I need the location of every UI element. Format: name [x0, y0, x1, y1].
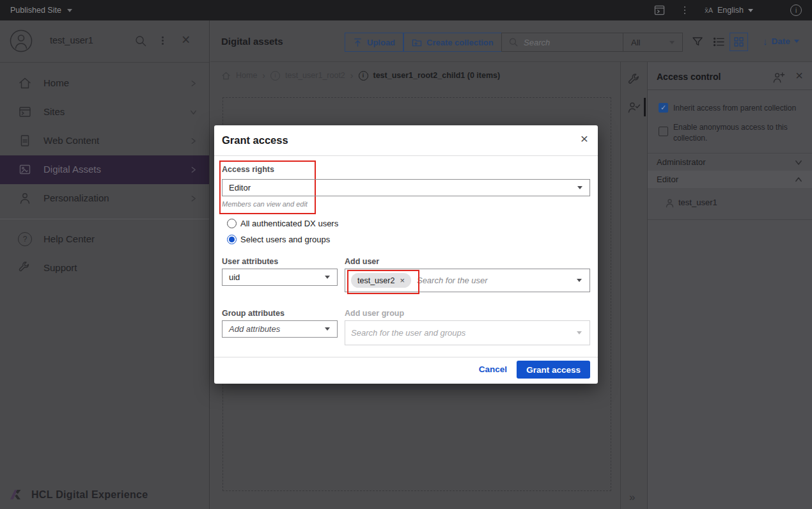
chevron-down-icon: [577, 186, 582, 189]
chevron-down-icon: [325, 276, 330, 279]
collection-info-icon[interactable]: i: [270, 71, 280, 81]
sidebar-item-support[interactable]: Support: [0, 254, 209, 283]
sidebar-item-sites[interactable]: Sites: [0, 98, 209, 127]
anonymous-access-label: Enable anonymous access to this collecti…: [673, 122, 805, 144]
list-view-icon[interactable]: [713, 36, 725, 47]
sort-descending-icon: ↓: [763, 36, 768, 47]
sidebar-item-web-content[interactable]: Web Content: [0, 127, 209, 155]
add-user-group-placeholder: Search for the user and groups: [351, 328, 577, 338]
user-attributes-select[interactable]: uid: [222, 269, 338, 286]
panel-title: Access control: [657, 72, 721, 82]
chevron-right-icon: [189, 137, 198, 145]
divider: [648, 219, 812, 220]
upload-label: Upload: [367, 38, 395, 47]
add-user-placeholder: Search for the user: [417, 276, 577, 285]
breadcrumb-home[interactable]: Home: [236, 71, 257, 80]
all-users-label: All authenticated DX users: [240, 219, 338, 228]
sidebar-item-label: Digital Assets: [43, 164, 101, 175]
divider: [648, 90, 812, 90]
sidebar-item-digital-assets[interactable]: Digital Assets: [0, 155, 209, 184]
avatar[interactable]: [10, 29, 33, 52]
dialog-close-icon[interactable]: ×: [581, 131, 588, 146]
manage-tools-icon[interactable]: [627, 73, 641, 87]
check-icon: ✓: [660, 104, 666, 112]
sidebar-item-label: Support: [43, 262, 77, 273]
select-users-label: Select users and groups: [240, 235, 330, 244]
breadcrumb-separator: ›: [262, 70, 265, 81]
hcl-logo-mark: [9, 488, 26, 501]
chevron-down-icon: [189, 108, 198, 116]
sidebar-overflow-menu-icon[interactable]: [162, 36, 164, 45]
chevron-right-icon: [189, 166, 198, 174]
filter-icon[interactable]: [691, 35, 704, 48]
chevron-down-icon: [577, 331, 582, 334]
inherit-access-label: Inherit access from parent collection: [673, 104, 796, 113]
section-label: Editor: [657, 175, 678, 184]
site-picker[interactable]: Published Site: [10, 6, 72, 15]
add-user-group-field[interactable]: Search for the user and groups: [345, 320, 590, 345]
sort-by-date[interactable]: ↓ Date: [763, 36, 799, 47]
sort-label: Date: [772, 36, 790, 46]
access-control-panel: Access control × ✓ Inherit access from p…: [647, 62, 812, 509]
document-icon: [18, 134, 32, 148]
group-attributes-select[interactable]: Add attributes: [222, 320, 338, 338]
topbar-actions: x̄A English i: [654, 4, 802, 16]
sidebar-item-personalization[interactable]: Personalization: [0, 184, 209, 213]
image-icon: [18, 162, 32, 176]
anonymous-access-checkbox[interactable]: [659, 127, 668, 136]
add-user-group-label: Add user group: [345, 309, 404, 318]
chevron-right-icon: [189, 79, 198, 88]
member-name: test_user1: [678, 198, 717, 207]
create-collection-label: Create collection: [426, 38, 494, 47]
upload-button[interactable]: Upload: [345, 33, 403, 52]
asset-search: Search All: [501, 33, 683, 52]
person-icon: [664, 198, 675, 208]
search-scope-select[interactable]: All: [623, 38, 669, 47]
sidebar-item-help-center[interactable]: ? Help Center: [0, 225, 209, 254]
add-user-label: Add user: [345, 257, 379, 266]
side-tool-strip: »: [620, 62, 647, 509]
translate-icon: x̄A: [705, 6, 713, 14]
home-icon[interactable]: [221, 71, 231, 81]
cancel-button[interactable]: Cancel: [479, 364, 507, 374]
sidebar-item-label: Help Center: [43, 233, 95, 244]
access-rights-select[interactable]: Editor: [222, 179, 590, 196]
administrator-section-header[interactable]: Administrator: [648, 153, 812, 171]
preview-panel-icon[interactable]: [654, 5, 665, 15]
panel-close-icon[interactable]: ×: [795, 68, 803, 83]
add-member-icon[interactable]: [772, 71, 785, 84]
breadcrumb-parent[interactable]: test_user1_root2: [285, 71, 345, 80]
sites-icon: [18, 105, 32, 119]
upload-icon: [353, 38, 363, 47]
grant-access-button[interactable]: Grant access: [517, 361, 590, 379]
app-screen: Published Site x̄A English i test_user1: [0, 0, 812, 509]
chevron-down-icon: [748, 9, 753, 12]
add-user-field[interactable]: test_user2 × Search for the user: [345, 269, 590, 292]
collapse-panel-icon[interactable]: »: [629, 491, 635, 504]
info-icon[interactable]: i: [790, 4, 802, 16]
all-users-radio[interactable]: [227, 219, 237, 228]
access-rights-label: Access rights: [222, 165, 274, 174]
chevron-down-icon: [669, 41, 675, 44]
grant-access-dialog: Grant access × Access rights Editor Memb…: [214, 125, 598, 384]
grid-view-icon[interactable]: [730, 33, 748, 51]
help-icon: ?: [18, 232, 32, 246]
sidebar-item-home[interactable]: Home: [0, 69, 209, 98]
top-bar: Published Site x̄A English i: [0, 0, 812, 20]
inherit-access-checkbox[interactable]: ✓: [659, 103, 668, 113]
language-selector[interactable]: x̄A English: [705, 6, 753, 15]
search-icon[interactable]: [134, 35, 147, 47]
search-input[interactable]: Search: [524, 38, 623, 47]
user-attributes-value: uid: [229, 272, 240, 282]
user-attributes-label: User attributes: [222, 257, 278, 266]
select-users-radio[interactable]: [227, 235, 237, 244]
chip-remove-icon[interactable]: ×: [400, 276, 405, 285]
user-chip[interactable]: test_user2 ×: [351, 273, 411, 288]
editor-section-header[interactable]: Editor: [648, 171, 812, 188]
sidebar-close-icon[interactable]: ×: [182, 31, 190, 49]
create-collection-button[interactable]: Create collection: [403, 33, 502, 52]
collection-info-icon[interactable]: i: [359, 71, 368, 81]
overflow-menu-icon[interactable]: [684, 6, 686, 15]
access-control-icon[interactable]: [627, 100, 642, 115]
assets-toolbar: Digital assets Upload Create collection …: [210, 20, 812, 62]
